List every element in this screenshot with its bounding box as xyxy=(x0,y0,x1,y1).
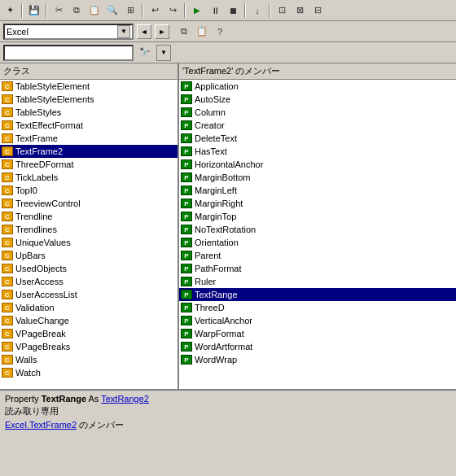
member-list-item[interactable]: PCreator xyxy=(179,119,456,132)
class-list-item[interactable]: CTableStyleElements xyxy=(0,93,178,106)
member-icon: P xyxy=(181,81,192,91)
class-list-item[interactable]: CWatch xyxy=(0,366,178,379)
member-list-item[interactable]: PDeleteText xyxy=(179,132,456,145)
member-icon: P xyxy=(181,342,192,352)
obj3-icon[interactable]: ⊟ xyxy=(309,2,326,19)
copy-icon[interactable]: ⧉ xyxy=(68,2,85,19)
class-list-item[interactable]: CValueChange xyxy=(0,314,178,327)
class-list-item[interactable]: CTableStyleElement xyxy=(0,80,178,93)
status-excel-link[interactable]: Excel xyxy=(5,420,27,430)
member-list-item[interactable]: PMarginTop xyxy=(179,210,456,223)
class-list-item[interactable]: CUsedObjects xyxy=(0,262,178,275)
find-icon[interactable]: 🔍 xyxy=(104,2,121,19)
class-icon: C xyxy=(2,146,13,156)
status-textframe2-link[interactable]: TextFrame2 xyxy=(29,420,77,430)
class-list-item[interactable]: CVPageBreak xyxy=(0,327,178,340)
paste-icon[interactable]: 📋 xyxy=(86,2,103,19)
member-label: ThreeD xyxy=(195,303,225,312)
member-list-item[interactable]: PRuler xyxy=(179,275,456,288)
class-list-item[interactable]: CTableStyles xyxy=(0,106,178,119)
member-list-item[interactable]: PMarginLeft xyxy=(179,184,456,197)
class-icon: C xyxy=(2,355,13,365)
run-icon[interactable]: ▶ xyxy=(189,2,205,19)
pause-icon[interactable]: ⏸ xyxy=(207,2,223,19)
class-list-item[interactable]: CTextEffectFormat xyxy=(0,119,178,132)
class-list-item[interactable]: CTopI0 xyxy=(0,184,178,197)
separator2 xyxy=(46,3,47,18)
member-list-item[interactable]: PNoTextRotation xyxy=(179,223,456,236)
class-list-item[interactable]: CTextFrame2 xyxy=(0,145,178,158)
class-list-item[interactable]: CUpBars xyxy=(0,249,178,262)
member-icon: P xyxy=(181,212,192,221)
member-list-item[interactable]: PColumn xyxy=(179,106,456,119)
combo-dropdown-arrow[interactable]: ▼ xyxy=(117,25,130,38)
members-list[interactable]: PApplicationPAutoSizePColumnPCreatorPDel… xyxy=(179,80,456,389)
redo-icon[interactable]: ↪ xyxy=(164,2,181,19)
member-label: MarginBottom xyxy=(195,172,250,182)
class-list-item[interactable]: CTreeviewControl xyxy=(0,197,178,210)
member-icon: P xyxy=(181,225,192,234)
class-list-item[interactable]: CVPageBreaks xyxy=(0,340,178,353)
status-readonly: 読み取り専用 xyxy=(5,405,451,417)
member-list-item[interactable]: PApplication xyxy=(179,80,456,93)
member-label: Parent xyxy=(195,251,221,260)
search-button[interactable]: 🔭 xyxy=(137,45,153,61)
member-list-item[interactable]: PVerticalAnchor xyxy=(179,314,456,327)
help-icon[interactable]: ? xyxy=(212,24,228,40)
class-list[interactable]: CTableStyleElementCTableStyleElementsCTa… xyxy=(0,80,178,389)
member-list-item[interactable]: PHorizontalAnchor xyxy=(179,158,456,171)
class-list-item[interactable]: CUserAccess xyxy=(0,275,178,288)
status-textrange2-link[interactable]: TextRange2 xyxy=(101,394,149,404)
search-input[interactable] xyxy=(3,45,134,61)
member-list-item[interactable]: PThreeD xyxy=(179,301,456,314)
menu-icon[interactable]: ✦ xyxy=(2,2,18,19)
member-label: TextRange xyxy=(195,290,238,299)
member-list-item[interactable]: PMarginRight xyxy=(179,197,456,210)
class-label: VPageBreak xyxy=(15,329,66,338)
search-dropdown-arrow[interactable]: ▼ xyxy=(156,45,171,61)
member-list-item[interactable]: POrientation xyxy=(179,236,456,249)
obj2-icon[interactable]: ⊠ xyxy=(292,2,308,19)
class-list-item[interactable]: CWalls xyxy=(0,353,178,366)
member-icon: P xyxy=(181,172,192,182)
member-list-item[interactable]: PWordArtformat xyxy=(179,340,456,353)
class-list-item[interactable]: CTextFrame xyxy=(0,132,178,145)
save-icon[interactable]: 💾 xyxy=(26,2,42,19)
member-icon: P xyxy=(181,199,192,208)
class-list-item[interactable]: CUniqueValues xyxy=(0,236,178,249)
member-list-item[interactable]: PHasText xyxy=(179,145,456,158)
class-list-item[interactable]: CValidation xyxy=(0,301,178,314)
nav-back-button[interactable]: ◄ xyxy=(137,24,151,39)
member-list-item[interactable]: PParent xyxy=(179,249,456,262)
obj1-icon[interactable]: ⊡ xyxy=(274,2,290,19)
member-list-item[interactable]: PMarginBottom xyxy=(179,171,456,184)
class-list-item[interactable]: CTickLabels xyxy=(0,171,178,184)
nav-forward-button[interactable]: ► xyxy=(155,24,169,39)
more1-icon[interactable]: ⊞ xyxy=(122,2,138,19)
member-label: NoTextRotation xyxy=(195,225,256,234)
member-label: Creator xyxy=(195,120,225,130)
class-combo[interactable]: Excel ▼ xyxy=(3,24,134,40)
class-label: UpBars xyxy=(15,251,46,260)
separator6 xyxy=(269,3,270,18)
debug1-icon[interactable]: ↓ xyxy=(249,2,265,19)
member-list-item[interactable]: PTextRange xyxy=(179,288,456,301)
member-list-item[interactable]: PWordWrap xyxy=(179,353,456,366)
undo-icon[interactable]: ↩ xyxy=(147,2,163,19)
copy2-icon[interactable]: ⧉ xyxy=(176,24,192,40)
member-list-item[interactable]: PAutoSize xyxy=(179,93,456,106)
class-list-item[interactable]: CTrendlines xyxy=(0,223,178,236)
paste2-icon[interactable]: 📋 xyxy=(194,24,210,40)
class-list-item[interactable]: CUserAccessList xyxy=(0,288,178,301)
class-list-item[interactable]: CTrendline xyxy=(0,210,178,223)
cut-icon[interactable]: ✂ xyxy=(50,2,67,19)
class-icon: C xyxy=(2,290,13,299)
class-list-item[interactable]: CThreeDFormat xyxy=(0,158,178,171)
right-panel-header: 'TextFrame2' のメンバー xyxy=(179,63,456,80)
stop-icon[interactable]: ⏹ xyxy=(225,2,241,19)
toolbar-row1: ✦ 💾 ✂ ⧉ 📋 🔍 ⊞ ↩ ↪ ▶ ⏸ ⏹ ↓ ⊡ ⊠ ⊟ xyxy=(0,0,456,21)
member-label: MarginLeft xyxy=(195,186,237,195)
member-list-item[interactable]: PPathFormat xyxy=(179,262,456,275)
member-list-item[interactable]: PWarpFormat xyxy=(179,327,456,340)
left-panel-header: クラス xyxy=(0,63,178,80)
